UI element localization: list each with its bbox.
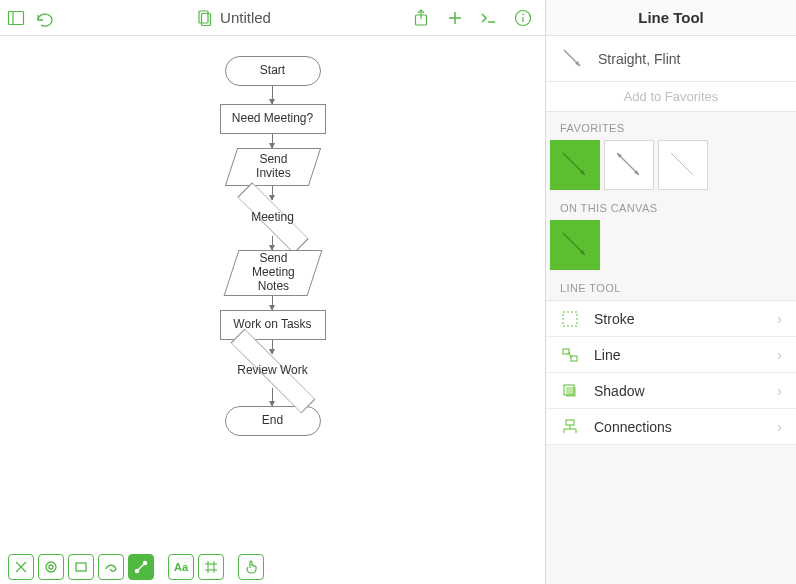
text-tool-button[interactable]: Aa — [168, 554, 194, 580]
svg-line-19 — [138, 564, 144, 570]
touch-tool-button[interactable] — [238, 554, 264, 580]
need-meeting-node[interactable]: Need Meeting? — [220, 104, 326, 134]
canvas[interactable]: Start Need Meeting? Send Invites Meeting… — [0, 36, 545, 550]
svg-rect-0 — [9, 11, 24, 24]
on-canvas-swatches — [546, 220, 796, 272]
terminal-icon[interactable] — [479, 8, 499, 28]
shadow-label: Shadow — [594, 383, 763, 399]
stroke-row[interactable]: Stroke › — [546, 301, 796, 337]
flowchart: Start Need Meeting? Send Invites Meeting… — [220, 56, 326, 436]
svg-rect-3 — [202, 13, 211, 25]
bottom-toolbar: Aa — [0, 550, 545, 584]
arrow-7 — [272, 388, 273, 406]
canvas-swatch-1[interactable] — [550, 220, 600, 270]
line-tool-button[interactable] — [128, 554, 154, 580]
svg-rect-16 — [76, 563, 86, 571]
favorites-section-label: FAVORITES — [546, 112, 796, 140]
svg-line-37 — [569, 352, 571, 358]
shape-tool-button[interactable] — [38, 554, 64, 580]
document-title[interactable]: Untitled — [220, 9, 271, 26]
main-pane: Untitled Start Need — [0, 0, 546, 584]
svg-rect-40 — [566, 420, 574, 425]
svg-rect-36 — [571, 356, 577, 361]
send-invites-node[interactable]: Send Invites — [224, 148, 320, 186]
current-style-row[interactable]: Straight, Flint — [546, 36, 796, 82]
rect-tool-button[interactable] — [68, 554, 94, 580]
inspector-panel: Line Tool Straight, Flint Add to Favorit… — [546, 0, 796, 584]
app-root: Untitled Start Need — [0, 0, 796, 584]
svg-rect-2 — [199, 11, 208, 23]
arrow-1 — [272, 86, 273, 104]
send-notes-node[interactable]: Send Meeting Notes — [223, 250, 322, 296]
stroke-label: Stroke — [594, 311, 763, 327]
svg-point-11 — [522, 13, 524, 15]
arrow-6 — [272, 340, 273, 354]
svg-point-14 — [46, 562, 56, 572]
share-icon[interactable] — [411, 8, 431, 28]
line-tool-section-label: LINE TOOL — [546, 272, 796, 300]
grid-tool-button[interactable] — [198, 554, 224, 580]
arrow-4 — [272, 236, 273, 250]
svg-rect-35 — [563, 349, 569, 354]
start-node[interactable]: Start — [225, 56, 321, 86]
undo-icon[interactable] — [34, 8, 54, 28]
line-label: Line — [594, 347, 763, 363]
svg-point-15 — [49, 565, 53, 569]
arrow-5 — [272, 296, 273, 310]
chevron-right-icon: › — [777, 382, 782, 399]
shadow-icon — [560, 381, 580, 401]
arrow-2 — [272, 134, 273, 148]
favorite-swatch-2[interactable] — [604, 140, 654, 190]
svg-line-31 — [671, 153, 693, 175]
shadow-row[interactable]: Shadow › — [546, 373, 796, 409]
review-work-node[interactable]: Review Work — [223, 354, 323, 388]
documents-icon[interactable] — [194, 8, 214, 28]
connections-row[interactable]: Connections › — [546, 409, 796, 445]
line-tool-list: Stroke › Line › Shadow › Connections › — [546, 300, 796, 445]
chevron-right-icon: › — [777, 418, 782, 435]
on-canvas-section-label: ON THIS CANVAS — [546, 192, 796, 220]
favorites-swatches — [546, 140, 796, 192]
line-icon — [560, 345, 580, 365]
chevron-right-icon: › — [777, 346, 782, 363]
meeting-node[interactable]: Meeting — [233, 200, 313, 236]
favorite-swatch-3[interactable] — [658, 140, 708, 190]
connections-icon — [560, 417, 580, 437]
svg-rect-34 — [563, 312, 577, 326]
add-to-favorites-button[interactable]: Add to Favorites — [546, 82, 796, 112]
info-icon[interactable] — [513, 8, 533, 28]
top-toolbar: Untitled — [0, 0, 545, 36]
favorite-swatch-1[interactable] — [550, 140, 600, 190]
line-row[interactable]: Line › — [546, 337, 796, 373]
selection-tool-button[interactable] — [8, 554, 34, 580]
style-name-label: Straight, Flint — [598, 51, 680, 67]
arrow-3 — [272, 186, 273, 200]
work-tasks-node[interactable]: Work on Tasks — [220, 310, 326, 340]
chevron-right-icon: › — [777, 310, 782, 327]
connections-label: Connections — [594, 419, 763, 435]
stroke-icon — [560, 309, 580, 329]
line-preview-icon — [560, 46, 586, 72]
end-node[interactable]: End — [225, 406, 321, 436]
freehand-tool-button[interactable] — [98, 554, 124, 580]
sidebar-toggle-icon[interactable] — [6, 8, 26, 28]
inspector-title: Line Tool — [546, 0, 796, 36]
add-icon[interactable] — [445, 8, 465, 28]
